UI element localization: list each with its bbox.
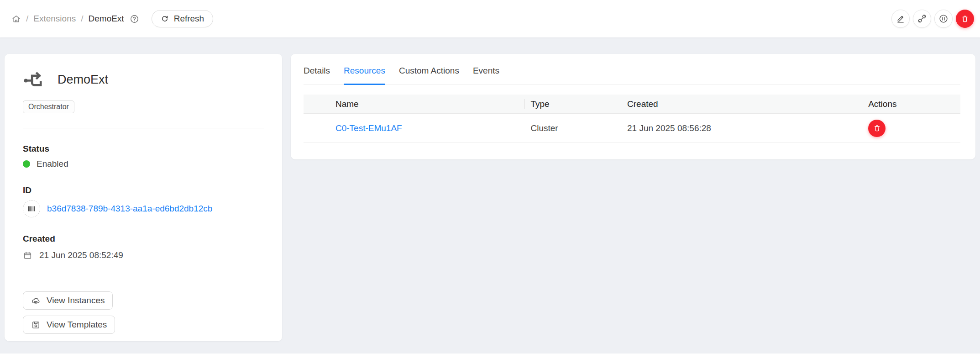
pause-button[interactable] [934, 10, 953, 28]
breadcrumb-separator: / [81, 14, 83, 24]
api-icon [917, 14, 927, 23]
calendar-icon [23, 251, 32, 260]
breadcrumb-extensions[interactable]: Extensions [33, 14, 76, 24]
extension-id-link[interactable]: b36d7838-789b-4313-aa1a-ed6bd2db12cb [47, 204, 212, 214]
resource-name-link[interactable]: C0-Test-EMu1AF [335, 123, 402, 133]
edit-button[interactable] [891, 10, 910, 28]
divider [23, 128, 264, 128]
delete-extension-button[interactable] [956, 10, 974, 28]
status-value: Enabled [37, 159, 68, 169]
created-label: Created [23, 234, 264, 244]
summary-actions: View Instances View Templates [23, 291, 264, 334]
tab-events[interactable]: Events [473, 66, 499, 85]
created-value: 21 Jun 2025 08:52:49 [39, 250, 123, 260]
view-instances-label: View Instances [47, 296, 105, 306]
status-dot [23, 160, 30, 168]
detail-tabs: Details Resources Custom Actions Events [304, 66, 960, 85]
extension-summary-card: DemoExt Orchestrator Status Enabled ID [5, 54, 282, 341]
cell-name: C0-Test-EMu1AF [304, 114, 524, 143]
view-templates-label: View Templates [47, 320, 107, 330]
delete-resource-button[interactable] [868, 120, 886, 137]
divider [23, 277, 264, 277]
api-button[interactable] [913, 10, 931, 28]
breadcrumb: / Extensions / DemoExt Refresh [11, 10, 213, 27]
column-header-actions: Actions [862, 95, 960, 114]
column-header-created: Created [621, 95, 862, 114]
view-templates-button[interactable]: View Templates [23, 316, 115, 334]
refresh-label: Refresh [174, 14, 204, 24]
id-row: b36d7838-789b-4313-aa1a-ed6bd2db12cb [23, 200, 264, 217]
tab-custom-actions[interactable]: Custom Actions [399, 66, 459, 85]
column-header-name: Name [304, 95, 524, 114]
topbar: / Extensions / DemoExt Refresh [0, 0, 980, 37]
table-row: C0-Test-EMu1AF Cluster 21 Jun 2025 08:56… [304, 114, 960, 143]
app-screen: / Extensions / DemoExt Refresh [0, 0, 980, 359]
trash-icon [960, 14, 970, 23]
edit-icon [896, 14, 905, 23]
barcode-icon [23, 200, 40, 217]
page-title: DemoExt [58, 73, 108, 87]
extension-detail-card: Details Resources Custom Actions Events … [291, 54, 975, 159]
view-instances-button[interactable]: View Instances [23, 291, 113, 310]
id-label: ID [23, 185, 264, 195]
refresh-button[interactable]: Refresh [152, 10, 214, 27]
reload-icon [161, 15, 169, 23]
footer-strip [0, 354, 980, 359]
summary-header: DemoExt [23, 69, 264, 90]
cloud-server-icon [31, 296, 41, 306]
table-header-row: Name Type Created Actions [304, 95, 960, 114]
tab-details[interactable]: Details [304, 66, 330, 85]
save-icon [31, 320, 41, 330]
status-label: Status [23, 144, 264, 154]
cell-actions [862, 114, 960, 143]
trash-icon [873, 124, 881, 132]
type-tag: Orchestrator [23, 100, 74, 113]
breadcrumb-separator: / [26, 14, 28, 24]
pause-circle-icon [938, 14, 949, 24]
main-content: DemoExt Orchestrator Status Enabled ID [0, 37, 980, 341]
status-row: Enabled [23, 159, 264, 169]
resources-table: Name Type Created Actions C0-Test-EMu1AF… [304, 95, 960, 143]
breadcrumb-current: DemoExt [89, 14, 124, 24]
cell-type: Cluster [524, 114, 621, 143]
column-header-type: Type [524, 95, 621, 114]
question-circle-icon[interactable] [130, 14, 139, 24]
branch-route-icon [23, 69, 45, 90]
tab-resources[interactable]: Resources [344, 66, 385, 85]
cell-created: 21 Jun 2025 08:56:28 [621, 114, 862, 143]
topbar-actions [891, 10, 974, 28]
created-row: 21 Jun 2025 08:52:49 [23, 250, 264, 260]
home-icon[interactable] [11, 14, 21, 24]
